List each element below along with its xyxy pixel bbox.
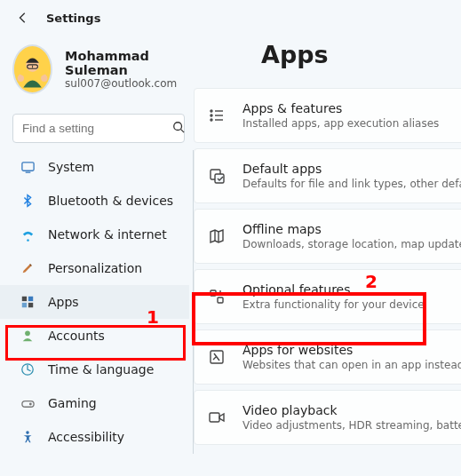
card-desc: Defaults for file and link types, other … [242,178,461,190]
card-title: Optional features [242,282,425,297]
card-offline-maps[interactable]: Offline maps Downloads, storage location… [194,209,461,264]
svg-rect-32 [211,290,216,296]
sidebar-item-label: Bluetooth & devices [48,194,173,208]
clock-globe-icon [20,361,36,377]
accessibility-icon [20,429,36,445]
paintbrush-icon [20,260,36,276]
sidebar-item-time-language[interactable]: Time & language [0,353,189,386]
sidebar-item-system[interactable]: System [0,150,189,184]
card-desc: Extra functionality for your device [242,298,425,311]
svg-rect-15 [28,303,33,307]
profile-block[interactable]: Mohammad Suleman sul007@outlook.com [0,28,194,103]
svg-point-22 [211,110,212,112]
sidebar-item-label: Network & internet [48,227,167,242]
sidebar-item-label: Personalization [48,261,142,275]
sidebar-item-label: Accessibility [48,430,124,444]
sidebar-item-label: System [48,160,94,174]
card-title: Video playback [242,403,461,417]
page-title: Apps [261,41,461,68]
system-icon [20,159,36,175]
svg-rect-10 [21,162,33,170]
sidebar-item-gaming[interactable]: Gaming [0,386,189,420]
profile-email: sul007@outlook.com [65,77,185,90]
window-title: Settings [46,12,100,25]
default-apps-icon [207,166,227,186]
list-icon [207,106,227,125]
card-desc: Installed apps, app execution aliases [242,117,439,130]
card-video-playback[interactable]: Video playback Video adjustments, HDR st… [194,390,461,445]
sidebar-item-accounts[interactable]: Accounts [0,319,189,353]
search-input[interactable] [22,122,172,135]
svg-point-16 [25,330,30,336]
svg-rect-37 [210,413,219,422]
card-title: Apps for websites [242,343,461,357]
sidebar-item-label: Apps [48,295,79,309]
svg-point-26 [211,119,212,121]
sidebar-item-network[interactable]: Network & internet [0,218,189,251]
sidebar-item-bluetooth[interactable]: Bluetooth & devices [0,184,189,218]
sidebar-item-apps[interactable]: Apps [0,285,189,319]
card-desc: Video adjustments, HDR streaming, batter [242,419,461,432]
sidebar-item-accessibility[interactable]: Accessibility [0,420,189,454]
optional-features-icon [207,287,227,306]
sidebar-item-label: Time & language [48,362,154,377]
svg-point-24 [211,115,212,116]
search-icon [172,120,185,137]
search-box[interactable] [12,114,185,143]
card-apps-websites[interactable]: Apps for websites Websites that can open… [194,329,461,385]
video-icon [207,408,227,427]
accounts-icon [20,328,36,344]
apps-icon [20,294,36,310]
card-optional-features[interactable]: Optional features Extra functionality fo… [194,269,461,324]
svg-rect-33 [218,298,223,303]
svg-point-8 [174,123,182,131]
svg-rect-29 [215,174,224,183]
svg-line-9 [181,130,185,133]
svg-rect-12 [22,297,27,301]
card-desc: Websites that can open in an app instead [242,359,461,371]
svg-point-20 [29,403,31,405]
svg-point-21 [26,431,29,434]
sidebar-item-label: Gaming [48,396,97,410]
back-icon[interactable] [16,11,30,25]
card-title: Default apps [242,162,461,176]
profile-name: Mohammad Suleman [65,49,185,77]
gaming-icon [20,395,36,411]
bluetooth-icon [20,193,36,209]
card-title: Apps & features [242,101,439,115]
svg-rect-18 [21,401,33,407]
card-default-apps[interactable]: Default apps Defaults for file and link … [194,148,461,203]
wifi-icon [20,226,36,242]
sidebar-item-label: Accounts [48,329,105,343]
card-desc: Downloads, storage location, map update [242,238,461,250]
svg-rect-13 [28,297,33,301]
svg-rect-7 [44,75,46,78]
apps-websites-icon [207,347,227,367]
svg-rect-14 [22,303,27,307]
card-apps-features[interactable]: Apps & features Installed apps, app exec… [194,88,461,143]
svg-rect-6 [19,75,21,78]
map-icon [207,226,227,246]
sidebar-item-personalization[interactable]: Personalization [0,251,189,285]
avatar [12,44,52,94]
card-title: Offline maps [242,222,461,236]
